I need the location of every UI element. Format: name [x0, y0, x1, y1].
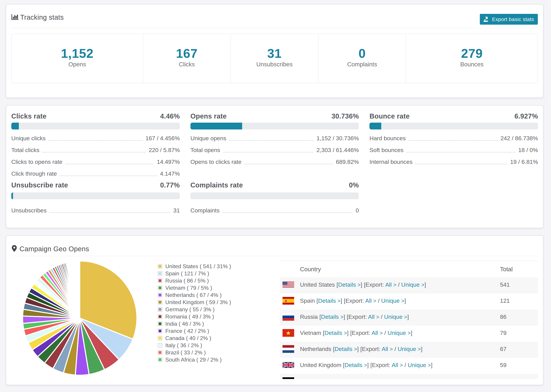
geo-pie-chart[interactable]: [21, 260, 138, 376]
dotted-leader: [409, 140, 498, 141]
export-all-link[interactable]: All >: [392, 362, 403, 368]
country-name: Netherlands: [300, 346, 331, 352]
details-link[interactable]: Details >: [325, 329, 347, 336]
legend-item[interactable]: Germany ( 55 / 3% ): [158, 306, 231, 313]
export-unique-link[interactable]: Unique >: [390, 378, 413, 379]
export-all-link[interactable]: All >: [372, 329, 383, 336]
flag-de-icon: [283, 377, 300, 379]
unique-clicks-row: Unique clicks 167 / 4.456%: [11, 134, 180, 142]
export-basic-stats-button[interactable]: Export basic stats: [480, 14, 538, 25]
clicks-rate-block: Clicks rate 4.46% Unique clicks 167 / 4.…: [11, 112, 180, 177]
details-link[interactable]: Details >: [338, 281, 360, 288]
stat-unsubscribes-label: Unsubscribes: [256, 61, 293, 68]
total-opens-label: Total opens: [191, 146, 220, 154]
legend-item[interactable]: Spain ( 121 / 7% ): [158, 270, 231, 277]
legend-item[interactable]: United States ( 541 / 31% ): [158, 263, 231, 270]
legend-item[interactable]: South Africa ( 29 / 2% ): [158, 356, 231, 363]
export-unique-link[interactable]: Unique >: [384, 314, 407, 320]
soft-bounces-value: 18 / 0%: [518, 146, 538, 154]
export-unique-link[interactable]: Unique >: [401, 281, 424, 288]
total-opens-value: 2,303 / 61.446%: [317, 146, 359, 154]
geo-table: Country Total United States [Details >] …: [280, 261, 538, 379]
stat-clicks-label: Clicks: [179, 61, 195, 68]
campaign-geo-opens-card: Campaign Geo Opens United States ( 541 /…: [6, 235, 544, 385]
bounce-rate-title: Bounce rate: [369, 112, 410, 120]
legend-label: France ( 42 / 2% ): [165, 328, 209, 334]
legend-item[interactable]: Brazil ( 33 / 2% ): [158, 349, 231, 356]
legend-item[interactable]: Canada ( 40 / 2% ): [158, 335, 231, 342]
legend-item[interactable]: United Kingdom ( 59 / 3% ): [158, 299, 231, 306]
details-link[interactable]: Details >: [321, 314, 343, 320]
stat-complaints: 0 Complaints: [318, 34, 406, 83]
legend-item[interactable]: Romania ( 49 / 3% ): [158, 313, 231, 320]
map-pin-icon: [12, 245, 17, 252]
dotted-leader: [65, 163, 154, 165]
legend-label: Russia ( 86 / 5% ): [165, 278, 209, 284]
clicks-to-opens-rate-row: Clicks to opens rate 14.497%: [11, 158, 180, 166]
soft-bounces-label: Soft bounces: [369, 146, 403, 154]
export-unique-link[interactable]: Unique >: [408, 362, 431, 368]
clicks-to-opens-rate-value: 14.497%: [157, 158, 180, 166]
country-total: 86: [500, 314, 538, 320]
export-button-label: Export basic stats: [492, 16, 534, 22]
legend-label: United States ( 541 / 31% ): [165, 263, 231, 270]
export-all-link[interactable]: All >: [374, 378, 385, 379]
flag-nl-icon: [283, 345, 300, 353]
export-all-link[interactable]: All >: [385, 281, 396, 288]
clicks-to-opens-rate-label: Clicks to opens rate: [11, 158, 63, 166]
legend-swatch: [158, 343, 162, 348]
legend-label: Germany ( 55 / 3% ): [165, 306, 215, 313]
legend-swatch: [158, 329, 162, 333]
export-all-link[interactable]: All >: [368, 314, 379, 320]
legend-swatch: [158, 286, 162, 290]
export-unique-link[interactable]: Unique >: [388, 329, 411, 336]
dotted-leader: [60, 175, 157, 176]
legend-item[interactable]: Russia ( 86 / 5% ): [158, 277, 231, 284]
details-link[interactable]: Details >: [345, 362, 367, 368]
hard-bounces-label: Hard bounces: [369, 134, 406, 142]
legend-label: United Kingdom ( 59 / 3% ): [165, 299, 231, 305]
legend-label: Spain ( 121 / 7% ): [165, 270, 209, 277]
legend-item[interactable]: Vietnam ( 79 / 5% ): [158, 284, 231, 291]
geo-col-country: Country: [300, 261, 500, 277]
legend-item[interactable]: France ( 42 / 2% ): [158, 327, 231, 335]
legend-swatch: [158, 314, 162, 319]
country-name: United States: [300, 281, 335, 288]
details-link[interactable]: Details >: [318, 297, 340, 304]
export-icon: [484, 17, 488, 22]
clicks-rate-title: Clicks rate: [11, 112, 47, 120]
unsubscribe-rate-progressbar: [11, 192, 180, 199]
legend-swatch: [158, 336, 162, 340]
unique-clicks-value: 167 / 4.456%: [145, 134, 180, 142]
geo-col-flag: [280, 261, 300, 277]
details-link[interactable]: Details >: [335, 346, 357, 352]
geo-col-total: Total: [500, 261, 538, 277]
stat-unsubscribes-value: 31: [267, 49, 282, 58]
flag-vn-icon: [283, 329, 300, 337]
dotted-leader: [229, 140, 314, 141]
legend-item[interactable]: India ( 46 / 3% ): [158, 320, 231, 327]
opens-rate-progressbar: [191, 123, 359, 129]
legend-swatch: [158, 307, 162, 312]
flag-ru-icon: [283, 313, 300, 321]
legend-item[interactable]: Netherlands ( 67 / 4% ): [158, 291, 231, 299]
stat-complaints-label: Complaints: [347, 61, 377, 68]
export-all-link[interactable]: All >: [381, 346, 393, 352]
rates-card: Clicks rate 4.46% Unique clicks 167 / 4.…: [6, 105, 544, 228]
details-link[interactable]: Details >: [327, 378, 350, 379]
stat-opens-label: Opens: [68, 61, 86, 68]
flag-us-icon: [283, 281, 300, 288]
legend-item[interactable]: Italy ( 36 / 2% ): [158, 342, 231, 349]
country-name: Vietnam: [300, 329, 321, 336]
export-unique-link[interactable]: Unique >: [381, 297, 404, 304]
dotted-leader: [244, 163, 333, 165]
click-through-rate-row: Click through rate 4.147%: [11, 170, 180, 177]
unsubscribes-row: Unsubscribes 31: [11, 206, 180, 214]
internal-bounces-row: Internal bounces 19 / 6.81%: [369, 158, 538, 166]
export-unique-link[interactable]: Unique >: [398, 346, 421, 352]
complaints-rate-progressbar: [191, 192, 359, 199]
country-total: 59: [500, 362, 538, 368]
stat-bounces-label: Bounces: [460, 61, 484, 68]
geo-pie-legend: United States ( 541 / 31% )Spain ( 121 /…: [158, 263, 231, 363]
export-all-link[interactable]: All >: [365, 297, 376, 304]
